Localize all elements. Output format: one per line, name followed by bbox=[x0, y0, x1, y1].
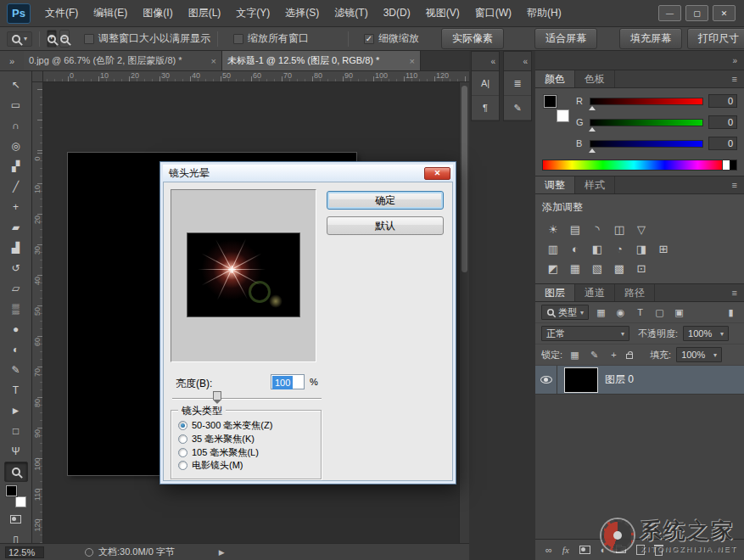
green-slider[interactable] bbox=[590, 119, 703, 126]
marquee-tool[interactable]: ▭ bbox=[4, 95, 28, 115]
adjustment-filter-icon[interactable]: ◉ bbox=[613, 307, 628, 318]
zoom-tool-preset[interactable]: ▾ bbox=[7, 31, 32, 47]
blue-value-field[interactable]: 0 bbox=[708, 137, 737, 150]
gradient-tool[interactable]: ▒ bbox=[4, 299, 28, 319]
eyedropper-tool[interactable]: ╱ bbox=[4, 176, 28, 197]
history-brush-tool[interactable]: ↺ bbox=[4, 258, 28, 278]
document-tab-1[interactable]: 0.jpg @ 66.7% (色阶 2, 图层蒙版/8) * × bbox=[24, 51, 222, 70]
tab-channels[interactable]: 通道 bbox=[575, 284, 615, 301]
vertical-ruler[interactable]: 0 10 20 30 40 50 60 70 80 90 100 110 120 bbox=[32, 82, 43, 543]
move-tool[interactable]: ↖ bbox=[4, 75, 28, 95]
flare-preview-image[interactable] bbox=[187, 232, 300, 317]
menu-layer[interactable]: 图层(L) bbox=[181, 0, 229, 26]
lock-all-icon[interactable] bbox=[626, 354, 633, 359]
menu-window[interactable]: 窗口(W) bbox=[467, 0, 519, 26]
color-balance-icon[interactable]: ◐ bbox=[564, 239, 586, 259]
brightness-slider-track[interactable] bbox=[172, 398, 322, 400]
paragraph-panel-icon[interactable]: ¶ bbox=[472, 96, 499, 120]
lock-position-icon[interactable]: + bbox=[607, 350, 621, 360]
layer-row[interactable]: 图层 0 bbox=[535, 366, 744, 395]
path-selection-tool[interactable]: ► bbox=[4, 400, 28, 421]
maximize-button[interactable]: ▢ bbox=[685, 5, 708, 21]
layer-thumbnail[interactable] bbox=[565, 368, 597, 392]
eraser-tool[interactable]: ▱ bbox=[4, 278, 28, 299]
tab-swatches[interactable]: 色板 bbox=[575, 70, 615, 87]
layer-style-icon[interactable]: fx bbox=[562, 545, 569, 555]
menu-edit[interactable]: 编辑(E) bbox=[86, 0, 135, 26]
lasso-tool[interactable]: ∩ bbox=[4, 115, 28, 136]
color-panel-swatches[interactable] bbox=[542, 95, 569, 122]
threshold-icon[interactable]: ▧ bbox=[586, 259, 608, 278]
rectangle-tool[interactable]: □ bbox=[4, 421, 28, 441]
menu-file[interactable]: 文件(F) bbox=[37, 0, 86, 26]
channel-mixer-icon[interactable]: ◨ bbox=[630, 239, 652, 259]
green-value-field[interactable]: 0 bbox=[708, 115, 737, 129]
dodge-tool[interactable]: ◐ bbox=[4, 339, 28, 360]
default-button[interactable]: 默认 bbox=[327, 216, 444, 235]
layer-visibility-toggle[interactable] bbox=[535, 366, 557, 394]
menu-image[interactable]: 图像(I) bbox=[135, 0, 180, 26]
panel-menu-icon[interactable]: ≡ bbox=[725, 284, 744, 301]
hue-saturation-icon[interactable]: ▥ bbox=[542, 239, 564, 259]
lock-transparent-icon[interactable]: ▦ bbox=[568, 350, 582, 361]
tools-dock-collapse-button[interactable]: » bbox=[0, 51, 24, 71]
resize-windows-checkbox[interactable]: 调整窗口大小以满屏显示 bbox=[84, 31, 210, 46]
scrubby-zoom-checkbox[interactable]: ✓ 细微缩放 bbox=[364, 31, 419, 46]
shape-filter-icon[interactable]: ▢ bbox=[652, 307, 667, 318]
layer-filter-dropdown[interactable]: 类型 ▾ bbox=[541, 305, 589, 320]
zoom-tool[interactable] bbox=[4, 462, 28, 482]
dock-collapse-button[interactable]: » bbox=[535, 51, 744, 70]
blue-slider[interactable] bbox=[590, 140, 703, 148]
brightness-slider-thumb[interactable] bbox=[213, 391, 221, 400]
opacity-dropdown[interactable]: 100% ▾ bbox=[683, 326, 729, 341]
gradient-map-icon[interactable]: ▩ bbox=[608, 259, 630, 278]
menu-3d[interactable]: 3D(D) bbox=[376, 0, 418, 26]
healing-brush-tool[interactable]: + bbox=[4, 197, 28, 217]
zoom-out-button[interactable] bbox=[59, 30, 70, 48]
levels-icon[interactable]: ▤ bbox=[564, 220, 586, 239]
color-spectrum-ramp[interactable] bbox=[542, 160, 737, 171]
curves-icon[interactable]: ◝ bbox=[586, 220, 608, 239]
ok-button[interactable]: 确定 bbox=[327, 191, 444, 210]
filter-toggle-icon[interactable]: ▮ bbox=[724, 307, 738, 318]
vertical-scrollbar[interactable] bbox=[459, 82, 469, 543]
selective-color-icon[interactable]: ⊡ bbox=[630, 259, 652, 278]
dock-expand-button[interactable]: « bbox=[472, 52, 499, 71]
background-color-swatch[interactable] bbox=[15, 496, 26, 507]
lens-option-50-300[interactable]: 50-300 毫米变焦(Z) bbox=[178, 419, 272, 432]
menu-select[interactable]: 选择(S) bbox=[277, 0, 327, 26]
link-layers-icon[interactable]: ∞ bbox=[545, 545, 552, 555]
red-slider[interactable] bbox=[590, 98, 703, 105]
lens-option-35mm[interactable]: 35 毫米聚焦(K) bbox=[178, 433, 255, 445]
fill-dropdown[interactable]: 100% ▾ bbox=[676, 347, 722, 362]
lock-pixels-icon[interactable]: ✎ bbox=[587, 350, 601, 361]
invert-icon[interactable]: ◩ bbox=[542, 259, 564, 278]
menu-view[interactable]: 视图(V) bbox=[418, 0, 467, 26]
posterize-icon[interactable]: ▦ bbox=[564, 259, 586, 278]
minimize-button[interactable]: — bbox=[658, 5, 681, 21]
quick-selection-tool[interactable]: ◎ bbox=[4, 136, 28, 156]
character-panel-icon[interactable]: A| bbox=[472, 71, 499, 96]
close-button[interactable]: ✕ bbox=[713, 5, 736, 21]
brightness-contrast-icon[interactable]: ☀ bbox=[542, 220, 564, 239]
tab-adjustments[interactable]: 调整 bbox=[535, 176, 575, 193]
tab-layers[interactable]: 图层 bbox=[535, 284, 575, 301]
blend-mode-dropdown[interactable]: 正常 ▾ bbox=[541, 326, 629, 341]
exposure-icon[interactable]: ◫ bbox=[608, 220, 630, 239]
quick-mask-button[interactable] bbox=[4, 509, 28, 529]
status-options-arrow[interactable]: ▶ bbox=[219, 548, 225, 557]
pen-tool[interactable]: ✎ bbox=[4, 360, 28, 380]
lens-option-movie-prime[interactable]: 电影镜头(M) bbox=[178, 459, 243, 472]
horizontal-ruler[interactable]: 0 10 20 30 40 50 60 70 80 90 100 110 120 bbox=[43, 71, 469, 82]
background-color-swatch[interactable] bbox=[557, 109, 569, 122]
color-lookup-icon[interactable]: ⊞ bbox=[652, 239, 674, 259]
fill-screen-button[interactable]: 填充屏幕 bbox=[619, 28, 682, 49]
tab-paths[interactable]: 路径 bbox=[615, 284, 655, 301]
zoom-in-button[interactable] bbox=[47, 30, 57, 48]
red-value-field[interactable]: 0 bbox=[708, 94, 737, 108]
panel-menu-icon[interactable]: ≡ bbox=[725, 70, 744, 87]
foreground-background-swatches[interactable] bbox=[4, 485, 28, 507]
layer-name[interactable]: 图层 0 bbox=[605, 372, 634, 387]
vibrance-icon[interactable]: ▽ bbox=[630, 220, 652, 239]
scrollbar-thumb[interactable] bbox=[462, 86, 467, 272]
